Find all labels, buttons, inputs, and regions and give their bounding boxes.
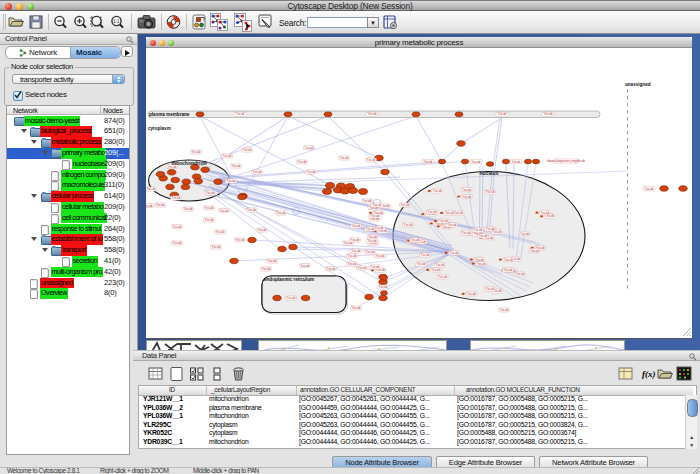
svg-text:Yxx.ab: Yxx.ab [206,191,215,195]
svg-text:Yxx.ab: Yxx.ab [220,209,229,213]
svg-text:Yxx.ab: Yxx.ab [371,214,380,218]
svg-text:Yxx.ab: Yxx.ab [184,207,193,211]
svg-text:Yxx.ab: Yxx.ab [433,189,442,193]
svg-text:Yxx.ab: Yxx.ab [146,204,153,208]
svg-text:Yxx.ab: Yxx.ab [431,268,440,272]
svg-text:Yxx.ab: Yxx.ab [498,112,507,116]
svg-text:Yxx.ab: Yxx.ab [474,228,483,232]
svg-text:Yxx.ab: Yxx.ab [212,245,221,249]
svg-text:Yxx.ab: Yxx.ab [467,292,476,296]
svg-text:Yxx.ab: Yxx.ab [192,150,201,154]
svg-text:Yxx.ab: Yxx.ab [379,285,388,289]
svg-text:Yxx.ab: Yxx.ab [367,158,376,162]
svg-text:Yxx.ab: Yxx.ab [479,234,488,238]
svg-text:Yxx.ab: Yxx.ab [368,239,377,243]
svg-text:Yxx.ab: Yxx.ab [512,160,521,164]
svg-text:Yxx.ab: Yxx.ab [363,199,372,203]
svg-text:Yxx.ab: Yxx.ab [305,146,314,150]
svg-text:Yxx.ab: Yxx.ab [301,264,310,268]
svg-text:Yxx.ab: Yxx.ab [205,206,214,210]
svg-text:Yxx.ab: Yxx.ab [376,254,385,258]
svg-text:Yxx.ab: Yxx.ab [307,170,316,174]
svg-text:Yxx.ab: Yxx.ab [173,241,182,245]
svg-text:1:1: 1:1 [113,19,120,24]
svg-text:Yxx.ab: Yxx.ab [358,266,367,270]
svg-text:Yxx.ab: Yxx.ab [375,226,384,230]
svg-text:Yxx.ab: Yxx.ab [216,230,225,234]
svg-text:ribonucleoprotein complex.ab: ribonucleoprotein complex.ab [547,159,585,163]
svg-text:Yxx.ab: Yxx.ab [348,254,357,258]
svg-text:Yxx.ab: Yxx.ab [351,238,360,242]
svg-text:Yxx.ab: Yxx.ab [352,306,361,310]
svg-text:Yxx.ab: Yxx.ab [205,218,214,222]
svg-text:Yxx.ab: Yxx.ab [173,225,182,229]
svg-text:Yxx.ab: Yxx.ab [462,188,471,192]
svg-text:Yxx.ab: Yxx.ab [232,164,241,168]
svg-text:Yxx.ab: Yxx.ab [424,160,433,164]
svg-text:unassigned: unassigned [625,82,651,87]
svg-text:Yxx.ab: Yxx.ab [373,203,382,207]
svg-text:Yxx.ab: Yxx.ab [493,230,502,234]
svg-text:Yxx.ab: Yxx.ab [450,251,459,255]
svg-text:Yxx.ab: Yxx.ab [500,308,509,312]
svg-text:Yxx.ab: Yxx.ab [516,272,525,276]
svg-text:Yxx.ab: Yxx.ab [448,223,457,227]
svg-text:Yxx.ab: Yxx.ab [366,227,375,231]
svg-text:Yxx.ab: Yxx.ab [348,262,357,266]
svg-text:Yxx.ab: Yxx.ab [417,262,426,266]
svg-text:Yxx.ab: Yxx.ab [277,211,286,215]
svg-text:Yxx.ab: Yxx.ab [298,160,307,164]
svg-text:Yxx.ab: Yxx.ab [352,224,361,228]
svg-text:Yxx.ab: Yxx.ab [520,232,529,236]
svg-text:Yxx.ab: Yxx.ab [340,156,349,160]
svg-text:Yxx.ab: Yxx.ab [236,238,245,242]
svg-text:plasma membrane: plasma membrane [149,112,190,117]
svg-text:Yxx.ab: Yxx.ab [462,231,471,235]
svg-text:Yxx.ab: Yxx.ab [147,187,156,191]
svg-text:f(x): f(x) [642,369,656,379]
svg-text:Yxx.ab: Yxx.ab [486,287,495,291]
svg-text:Yxx.ab: Yxx.ab [236,112,245,116]
svg-text:Yxx.ab: Yxx.ab [404,223,413,227]
svg-text:Yxx.ab: Yxx.ab [436,263,445,267]
svg-text:endoplasmic reticulum: endoplasmic reticulum [264,277,314,282]
svg-text:Yxx.ab: Yxx.ab [262,267,271,271]
svg-text:Yxx.ab: Yxx.ab [253,170,262,174]
svg-text:Yxx.ab: Yxx.ab [371,265,380,269]
svg-text:Yxx.ab: Yxx.ab [268,259,277,263]
svg-text:cytoplasm: cytoplasm [148,126,171,131]
svg-text:Yxx.ab: Yxx.ab [472,160,481,164]
svg-text:Yxx.ab: Yxx.ab [401,203,410,207]
svg-text:Yxx.ab: Yxx.ab [327,267,336,271]
svg-text:Yxx.ab: Yxx.ab [172,196,181,200]
svg-text:Yxx.ab: Yxx.ab [504,258,513,262]
svg-text:Yxx.ab: Yxx.ab [287,296,296,300]
svg-text:Yxx.ab: Yxx.ab [428,210,437,214]
svg-text:Yxx.ab: Yxx.ab [445,211,454,215]
svg-text:Yxx.ab: Yxx.ab [156,203,165,207]
svg-text:Yxx.ab: Yxx.ab [530,249,539,253]
svg-text:Yxx.ab: Yxx.ab [504,268,513,272]
svg-text:Yxx.ab: Yxx.ab [454,211,463,215]
svg-text:Yxx.ab: Yxx.ab [438,275,447,279]
svg-text:Yxx.ab: Yxx.ab [486,190,495,194]
svg-text:mitochondrion: mitochondrion [172,160,207,166]
svg-text:Yxx.ab: Yxx.ab [477,262,486,266]
svg-text:Yxx.ab: Yxx.ab [462,195,471,199]
svg-text:Yxx.ab: Yxx.ab [366,250,375,254]
svg-text:Yxx.ab: Yxx.ab [541,211,550,215]
svg-text:Yxx.ab: Yxx.ab [411,238,420,242]
svg-text:Yxx.ab: Yxx.ab [368,112,377,116]
svg-text:Yxx.ab: Yxx.ab [421,253,430,257]
svg-text:Yxx.ab: Yxx.ab [223,154,232,158]
svg-text:Yxx.ab: Yxx.ab [645,187,654,191]
svg-text:Yxx.ab: Yxx.ab [544,112,553,116]
svg-text:Yxx.ab: Yxx.ab [243,148,252,152]
svg-text:Yxx.ab: Yxx.ab [258,228,267,232]
svg-text:nucleus: nucleus [480,170,499,176]
svg-text:Yxx.ab: Yxx.ab [247,208,256,212]
svg-text:Yxx.ab: Yxx.ab [352,249,361,253]
svg-text:Yxx.ab: Yxx.ab [227,179,236,183]
